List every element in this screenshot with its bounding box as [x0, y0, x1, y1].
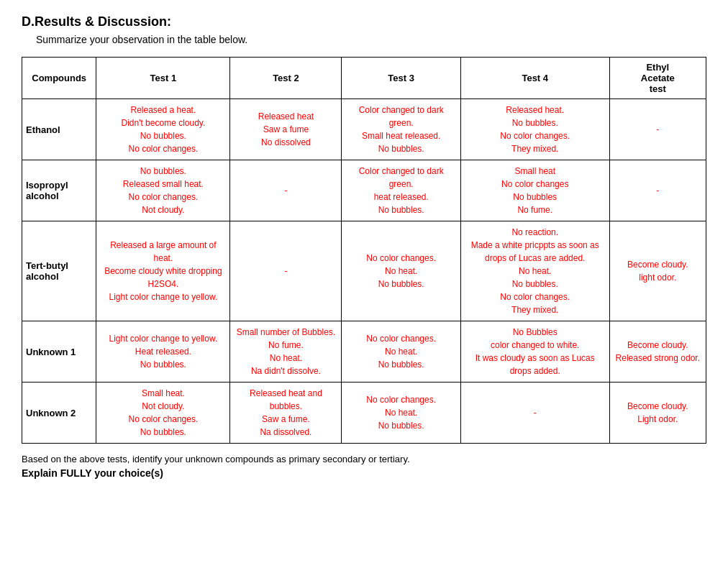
cell-ethyl: Become cloudy. Released strong odor.	[609, 321, 706, 383]
cell-ethyl: -	[609, 99, 706, 160]
footer-line2: Explain FULLY your choice(s)	[22, 467, 706, 479]
cell-test2: -	[230, 221, 342, 321]
compound-name: Unknown 1	[22, 321, 96, 383]
cell-test4: Small heat No color changes No bubbles N…	[460, 160, 609, 221]
subtitle: Summarize your observation in the table …	[36, 34, 706, 45]
col-header-test2: Test 2	[230, 58, 342, 99]
cell-test3: Color changed to dark green. Small heat …	[342, 99, 460, 160]
cell-test4: -	[460, 383, 609, 444]
table-row: Isopropyl alcoholNo bubbles. Released sm…	[22, 160, 706, 221]
col-header-test4: Test 4	[460, 58, 609, 99]
compound-name: Isopropyl alcohol	[22, 160, 96, 221]
footer-line1: Based on the above tests, identify your …	[22, 454, 706, 464]
col-header-ethyl: EthylAcetatetest	[609, 58, 706, 99]
cell-test1: Released a large amount of heat. Become …	[96, 221, 230, 321]
cell-test2: Small number of Bubbles. No fume. No hea…	[230, 321, 342, 383]
table-header-row: Compounds Test 1 Test 2 Test 3 Test 4 Et…	[22, 58, 706, 99]
cell-ethyl: Become cloudy. light odor.	[609, 221, 706, 321]
cell-test1: Small heat. Not cloudy. No color changes…	[96, 383, 230, 444]
col-header-compounds: Compounds	[22, 58, 96, 99]
cell-test2: -	[230, 160, 342, 221]
cell-test3: No color changes. No heat. No bubbles.	[342, 321, 460, 383]
cell-ethyl: -	[609, 160, 706, 221]
cell-test4: Released heat. No bubbles. No color chan…	[460, 99, 609, 160]
col-header-test3: Test 3	[342, 58, 460, 99]
table-row: Tert-butyl alcoholReleased a large amoun…	[22, 221, 706, 321]
cell-test2: Released heat and bubbles. Saw a fume. N…	[230, 383, 342, 444]
compound-name: Tert-butyl alcohol	[22, 221, 96, 321]
cell-test1: Released a heat. Didn't become cloudy. N…	[96, 99, 230, 160]
col-header-test1: Test 1	[96, 58, 230, 99]
cell-test2: Released heat Saw a fume No dissolved	[230, 99, 342, 160]
compound-name: Unknown 2	[22, 383, 96, 444]
cell-test3: Color changed to dark green. heat releas…	[342, 160, 460, 221]
cell-ethyl: Become cloudy. Light odor.	[609, 383, 706, 444]
cell-test4: No Bubbles color changed to white. It wa…	[460, 321, 609, 383]
section-title: D.Results & Discussion:	[22, 14, 706, 29]
cell-test3: No color changes. No heat. No bubbles.	[342, 221, 460, 321]
table-row: Unknown 2Small heat. Not cloudy. No colo…	[22, 383, 706, 444]
cell-test4: No reaction. Made a white pricppts as so…	[460, 221, 609, 321]
table-row: EthanolReleased a heat. Didn't become cl…	[22, 99, 706, 160]
cell-test3: No color changes. No heat. No bubbles.	[342, 383, 460, 444]
cell-test1: No bubbles. Released small heat. No colo…	[96, 160, 230, 221]
table-row: Unknown 1Light color change to yellow. H…	[22, 321, 706, 383]
compound-name: Ethanol	[22, 99, 96, 160]
results-table: Compounds Test 1 Test 2 Test 3 Test 4 Et…	[22, 57, 706, 444]
cell-test1: Light color change to yellow. Heat relea…	[96, 321, 230, 383]
